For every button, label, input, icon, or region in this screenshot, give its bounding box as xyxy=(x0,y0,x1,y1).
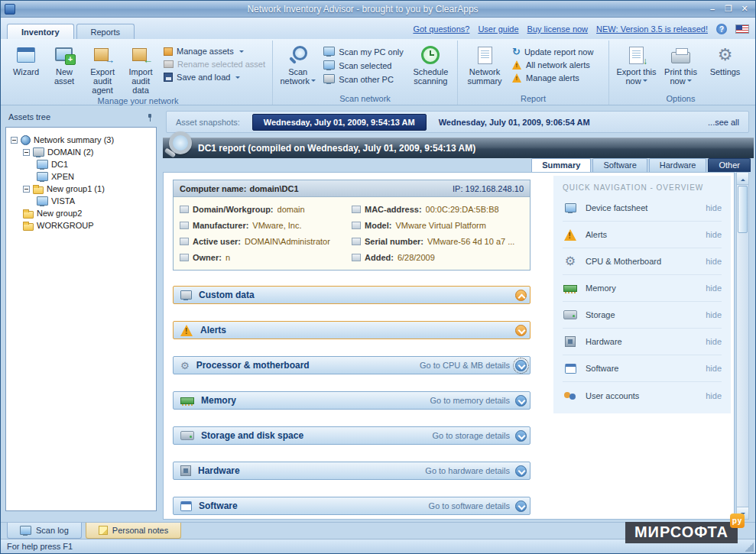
tree-item-domain[interactable]: DOMAIN (2) xyxy=(9,146,153,158)
hide-link[interactable]: hide xyxy=(706,230,722,239)
assets-tree: Network summary (3) DOMAIN (2) DC1 XPEN … xyxy=(5,127,157,511)
link-buy-license[interactable]: Buy license now xyxy=(527,24,589,34)
tree-item-xpen[interactable]: XPEN xyxy=(9,170,153,183)
section-alerts[interactable]: Alerts xyxy=(173,321,530,339)
computer-icon xyxy=(565,203,576,213)
maximize-button[interactable]: ❐ xyxy=(722,3,735,15)
report-body: Computer name: domain\DC1 IP: 192.168.24… xyxy=(163,172,735,520)
settings-button[interactable]: ⚙ Settings xyxy=(703,42,748,93)
go-to-hardware-link[interactable]: Go to hardware details xyxy=(425,466,510,475)
report-tab-hardware[interactable]: Hardware xyxy=(649,158,707,172)
tree-item-workgroup[interactable]: WORKGROUP xyxy=(9,219,153,232)
go-to-cpu-link[interactable]: Go to CPU & MB details xyxy=(420,361,510,370)
section-hardware[interactable]: Hardware Go to hardware details xyxy=(173,462,530,480)
new-asset-button[interactable]: New asset xyxy=(45,42,83,96)
scan-selected-button[interactable]: Scan selected xyxy=(323,60,403,70)
hide-link[interactable]: hide xyxy=(706,337,722,346)
link-user-guide[interactable]: User guide xyxy=(478,24,518,34)
go-to-storage-link[interactable]: Go to storage details xyxy=(432,431,510,440)
expand-chevron-icon[interactable] xyxy=(515,395,527,407)
quicknav-hardware[interactable]: Hardware hide xyxy=(563,329,722,355)
quicknav-software[interactable]: Software hide xyxy=(563,355,722,382)
hide-link[interactable]: hide xyxy=(706,391,722,400)
close-button[interactable]: ✕ xyxy=(738,3,751,15)
report-tab-summary[interactable]: Summary xyxy=(531,158,591,172)
import-audit-data-button[interactable]: Import audit data xyxy=(122,42,160,96)
quicknav-cpu-motherboard[interactable]: ⚙ CPU & Motherboard hide xyxy=(563,248,722,275)
collapse-chevron-icon[interactable] xyxy=(515,290,527,301)
snapshot-date[interactable]: Wednesday, July 01, 2009, 9:06:54 AM xyxy=(439,118,590,127)
report-tab-other[interactable]: Other xyxy=(708,158,751,172)
quicknav-memory[interactable]: Memory hide xyxy=(563,275,722,302)
collapse-icon[interactable] xyxy=(11,137,18,144)
link-new-version[interactable]: NEW: Version 3.5 is released! xyxy=(596,24,708,34)
scroll-up-button[interactable] xyxy=(737,173,748,185)
go-to-software-link[interactable]: Go to software details xyxy=(429,501,510,510)
link-got-questions[interactable]: Got questions? xyxy=(413,24,469,34)
hide-link[interactable]: hide xyxy=(706,364,722,373)
rename-selected-asset-button[interactable]: Rename selected asset xyxy=(164,60,265,69)
section-software[interactable]: Software Go to software details xyxy=(173,497,530,515)
manage-alerts-button[interactable]: Manage alerts xyxy=(512,73,593,83)
section-memory[interactable]: Memory Go to memory details xyxy=(173,391,530,410)
hide-link[interactable]: hide xyxy=(706,283,722,293)
pin-icon[interactable] xyxy=(147,113,154,121)
snapshot-date-selected[interactable]: Wednesday, July 01, 2009, 9:54:13 AM xyxy=(252,114,427,131)
manage-assets-button[interactable]: Manage assets xyxy=(164,47,265,56)
quicknav-device-factsheet[interactable]: Device factsheet hide xyxy=(563,195,722,222)
see-all-link[interactable]: ...see all xyxy=(708,118,739,127)
expand-chevron-icon[interactable] xyxy=(515,465,527,477)
tree-item-network-summary[interactable]: Network summary (3) xyxy=(9,134,153,146)
scrollbar-thumb[interactable] xyxy=(738,186,748,233)
save-and-load-button[interactable]: Save and load xyxy=(164,73,265,82)
hide-link[interactable]: hide xyxy=(706,203,722,212)
tree-item-new-group1[interactable]: New group1 (1) xyxy=(9,183,153,195)
hide-link[interactable]: hide xyxy=(706,257,722,266)
scan-network-button[interactable]: Scan network xyxy=(276,42,320,93)
section-processor-motherboard[interactable]: ⚙ Processor & motherboard Go to CPU & MB… xyxy=(173,356,530,374)
scan-other-pc-button[interactable]: Scan other PC xyxy=(323,74,403,84)
collapse-icon[interactable] xyxy=(23,149,30,156)
tree-item-new-group2[interactable]: New group2 xyxy=(9,207,153,219)
quicknav-alerts[interactable]: Alerts hide xyxy=(563,222,722,248)
report-title: DC1 report (compiled on Wednesday, July … xyxy=(198,143,475,154)
go-to-memory-link[interactable]: Go to memory details xyxy=(430,396,510,405)
field-domain-workgroup: Domain/Workgroup: domain xyxy=(180,205,352,214)
expand-chevron-icon[interactable] xyxy=(515,430,527,442)
tree-item-dc1[interactable]: DC1 xyxy=(9,158,153,170)
tab-personal-notes[interactable]: Personal notes xyxy=(86,523,181,539)
expand-chevron-icon[interactable] xyxy=(515,325,527,336)
vertical-scrollbar[interactable] xyxy=(736,172,749,520)
tab-scan-log[interactable]: Scan log xyxy=(7,523,82,539)
scan-my-pc-button[interactable]: Scan my PC only xyxy=(323,47,403,57)
wizard-button[interactable]: Wizard xyxy=(7,42,45,96)
header-links: Got questions? User guide Buy license no… xyxy=(413,24,749,39)
update-report-button[interactable]: ↻ Update report now xyxy=(512,47,593,57)
print-this-now-button[interactable]: Print this now xyxy=(659,42,703,93)
computer-name-value: domain\DC1 xyxy=(249,184,298,193)
quick-navigation: QUICK NAVIGATION - OVERVIEW Device facts… xyxy=(553,176,731,413)
tab-inventory[interactable]: Inventory xyxy=(7,24,74,39)
all-network-alerts-button[interactable]: All network alerts xyxy=(512,60,593,70)
note-icon xyxy=(99,526,108,535)
help-icon[interactable] xyxy=(716,24,727,34)
ribbon-group-label-scan: Scan network xyxy=(274,93,456,105)
section-custom-data[interactable]: Custom data xyxy=(173,286,530,304)
schedule-scanning-button[interactable]: Schedule scanning xyxy=(407,42,454,93)
section-storage[interactable]: Storage and disk space Go to storage det… xyxy=(173,426,530,445)
tree-item-vista[interactable]: VISTA xyxy=(9,195,153,207)
expand-chevron-icon[interactable] xyxy=(515,501,527,512)
hide-link[interactable]: hide xyxy=(706,310,722,319)
report-tab-software[interactable]: Software xyxy=(592,158,647,172)
quicknav-storage[interactable]: Storage hide xyxy=(563,302,722,329)
export-this-now-button[interactable]: Export this now xyxy=(615,42,659,93)
network-summary-button[interactable]: Network summary xyxy=(461,42,508,93)
quicknav-user-accounts[interactable]: User accounts hide xyxy=(563,382,722,409)
collapse-icon[interactable] xyxy=(23,186,30,193)
tab-reports[interactable]: Reports xyxy=(76,24,135,39)
expand-chevron-icon[interactable] xyxy=(515,360,527,371)
dropdown-arrow-icon xyxy=(643,79,647,84)
language-flag-icon[interactable] xyxy=(735,24,749,34)
minimize-button[interactable]: – xyxy=(706,3,719,15)
export-audit-agent-button[interactable]: Export audit agent xyxy=(83,42,122,96)
